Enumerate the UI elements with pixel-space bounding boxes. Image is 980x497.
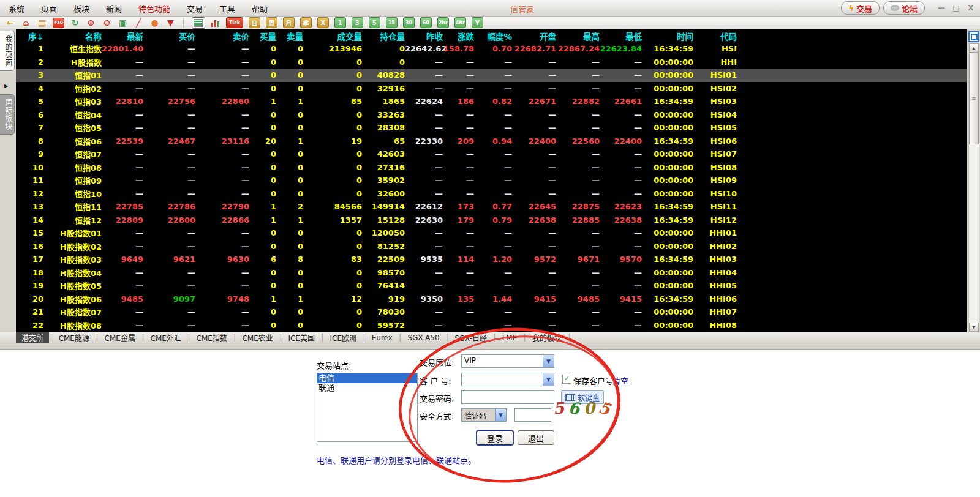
table-row-HHI06[interactable]: 20H股指数06948590979748111291993501351.4494… [16, 293, 967, 306]
seat-combobox[interactable]: VIP ▼ [461, 354, 554, 368]
login-button[interactable]: 登录 [477, 430, 513, 445]
period-button-周[interactable]: 周 [266, 17, 277, 28]
market-tab-ICE欧洲[interactable]: ICE欧洲 [325, 332, 363, 343]
side-tab-international[interactable]: 国际板块 [0, 94, 15, 135]
home-icon[interactable]: ⌂ [21, 18, 31, 28]
site-item-联通[interactable]: 联通 [317, 383, 417, 393]
period-button-3[interactable]: 3 [352, 17, 363, 28]
column-header-6[interactable]: 买量 [249, 30, 276, 42]
column-header-8[interactable]: 成交量 [303, 30, 362, 42]
maximize-icon[interactable]: □ [952, 4, 960, 12]
period-button-5[interactable]: 5 [369, 17, 380, 28]
market-tab-LME[interactable]: LME [497, 332, 523, 343]
scrollbar-thumb[interactable]: ≡ [969, 53, 979, 144]
period-button-60[interactable]: 60 [420, 17, 432, 28]
chart-icon[interactable] [211, 18, 221, 27]
scroll-down-icon[interactable]: ▼ [969, 323, 979, 332]
side-tab-my-pages[interactable]: 我的页面 [0, 31, 15, 71]
column-header-11[interactable]: 涨跌 [443, 30, 474, 42]
table-row-HSI10[interactable]: 12恒指10———00032600——————00:00:00HSI10 [16, 187, 967, 201]
column-header-15[interactable]: 最低 [600, 30, 642, 42]
table-row-HSI12[interactable]: 14恒指122280922800228661113571512822630179… [16, 214, 967, 227]
filter-icon[interactable]: ▼ [165, 18, 176, 28]
column-header-3[interactable]: 最新 [102, 30, 143, 42]
layers-icon[interactable]: ▣ [118, 18, 128, 28]
tick-period-button[interactable]: Tick [226, 17, 243, 28]
column-header-5[interactable]: 卖价 [195, 30, 249, 42]
table-row-HSI09[interactable]: 11恒指09———00035902——————00:00:00HSI09 [16, 174, 967, 187]
table-row-HSI04[interactable]: 6恒指04———00033263——————00:00:00HSI04 [16, 108, 967, 122]
period-button-日[interactable]: 日 [249, 17, 260, 28]
site-listbox[interactable]: 电信联通 [317, 373, 418, 442]
period-button-季[interactable]: 季 [300, 17, 312, 28]
vertical-scrollbar[interactable]: ▲ ≡ ▼ [968, 43, 979, 332]
period-button-1[interactable]: 1 [334, 17, 346, 28]
clear-link[interactable]: 清空 [612, 375, 628, 386]
table-row-HSI[interactable]: 1恒生指数22801.40——00213946022642.62158.780.… [16, 42, 967, 56]
refresh-icon[interactable]: ↻ [70, 18, 80, 28]
table-row-HHI08[interactable]: 22H股指数08———00059572——————00:00:00HHI08 [16, 319, 967, 332]
menu-item-板块[interactable]: 板块 [74, 2, 89, 14]
table-row-HSI05[interactable]: 7恒指05———00028308——————00:00:00HSI05 [16, 121, 967, 135]
table-row-HHI04[interactable]: 18H股指数04———00098570——————00:00:00HHI04 [16, 266, 967, 280]
expand-arrow-icon[interactable]: ▶ [4, 83, 8, 89]
column-header-16[interactable]: 时间 [642, 30, 693, 42]
table-row-HHI05[interactable]: 19H股指数05———00076414——————00:00:00HHI05 [16, 279, 967, 293]
security-combobox[interactable]: 验证码 ▼ [461, 408, 507, 422]
period-button-Y[interactable]: Y [472, 17, 483, 28]
column-header-17[interactable]: 代码 [693, 30, 737, 42]
back-icon[interactable]: ← [5, 18, 15, 28]
table-row-HSI08[interactable]: 10恒指08———00027316——————00:00:00HSI08 [16, 161, 967, 174]
alert-icon[interactable]: ● [149, 18, 160, 28]
captcha-input[interactable] [514, 408, 551, 422]
column-header-14[interactable]: 最高 [556, 30, 600, 42]
save-customer-checkbox[interactable]: ✓ [562, 375, 571, 384]
f10-icon[interactable]: F10 [53, 18, 64, 28]
draw-icon[interactable]: ╱ [134, 18, 144, 28]
market-tab-CME外汇[interactable]: CME外汇 [145, 332, 187, 343]
scroll-up-icon[interactable]: ▲ [969, 43, 979, 53]
close-icon[interactable]: X [967, 4, 975, 12]
market-tab-SGX-A50[interactable]: SGX-A50 [402, 332, 445, 343]
market-tab-CME指数[interactable]: CME指数 [191, 332, 233, 343]
zoom-in-icon[interactable]: ⊕ [86, 18, 96, 28]
table-row-HSI03[interactable]: 5恒指0322810227562286011851865226241860.82… [16, 95, 967, 108]
market-tab-CME农业[interactable]: CME农业 [236, 332, 278, 343]
menu-item-帮助[interactable]: 帮助 [252, 2, 268, 14]
period-button-月[interactable]: 月 [283, 17, 295, 28]
column-header-12[interactable]: 幅度% [474, 30, 512, 42]
column-header-7[interactable]: 卖量 [276, 30, 303, 42]
menu-item-页面[interactable]: 页面 [41, 2, 57, 14]
table-row-HSI02[interactable]: 4恒指02———00032916——————00:00:00HSI02 [16, 82, 967, 95]
chevron-down-icon[interactable]: ▼ [543, 355, 554, 367]
period-button-15[interactable]: 15 [386, 17, 398, 28]
customer-combobox[interactable]: ▼ [461, 373, 554, 386]
period-button-X[interactable]: X [317, 17, 329, 28]
column-header-9[interactable]: 持仓量 [362, 30, 405, 42]
column-header-1[interactable]: 序↓ [16, 30, 43, 42]
period-button-4hr[interactable]: 4hr [454, 17, 466, 28]
market-tab-港交所[interactable]: 港交所 [16, 332, 49, 343]
zoom-out-icon[interactable]: ⊖ [102, 18, 112, 28]
period-button-2hr[interactable]: 2hr [437, 17, 449, 28]
password-input[interactable] [461, 390, 554, 404]
market-tab-CME金属[interactable]: CME金属 [99, 332, 141, 343]
market-tab-Eurex[interactable]: Eurex [366, 332, 398, 343]
table-row-HSI06[interactable]: 8恒指062253922467231162011965223302090.942… [16, 135, 967, 148]
table-row-HHI02[interactable]: 16H股指数02———00081252——————00:00:00HHI02 [16, 240, 967, 253]
table-row-HSI11[interactable]: 13恒指112278522786227901284566149914226121… [16, 200, 967, 214]
menu-item-交易[interactable]: 交易 [187, 2, 203, 14]
quote-grid-icon[interactable] [192, 17, 205, 29]
notes-icon[interactable]: ▤ [37, 18, 47, 28]
table-row-HHI01[interactable]: 15H股指数01———000120050——————00:00:00HHI01 [16, 226, 967, 240]
minimize-icon[interactable]: — [937, 4, 946, 12]
market-tab-CME能源[interactable]: CME能源 [53, 332, 95, 343]
site-item-电信[interactable]: 电信 [317, 373, 417, 383]
column-header-2[interactable]: 名称 [43, 30, 102, 42]
menu-item-工具[interactable]: 工具 [219, 2, 235, 14]
market-tab-ICE美国[interactable]: ICE美国 [282, 332, 320, 343]
column-header-13[interactable]: 开盘 [512, 30, 556, 42]
table-row-HHI[interactable]: 2H股指数———0000——————00:00:00HHI [16, 56, 967, 69]
trade-button[interactable]: ϟ 交易 [841, 1, 880, 15]
table-row-HSI01[interactable]: 3恒指01———00040828——————00:00:00HSI01 [16, 69, 967, 82]
